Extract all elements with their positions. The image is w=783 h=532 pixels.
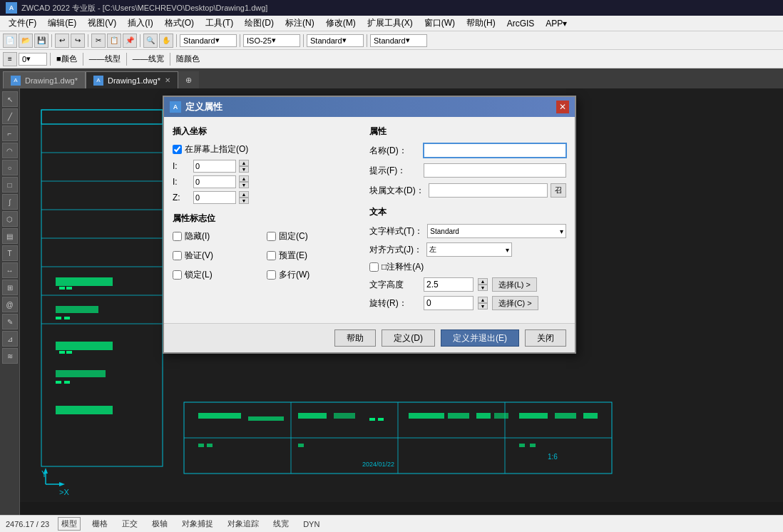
menu-app[interactable]: APP▾ xyxy=(540,17,573,30)
close-button[interactable]: 关闭 xyxy=(525,329,566,347)
new-button[interactable]: 📄 xyxy=(3,34,17,48)
polar-indicator[interactable]: 极轴 xyxy=(149,518,170,530)
copy-button[interactable]: 📋 xyxy=(107,34,121,48)
tab-drawing1-active[interactable]: A Drawing1.dwg* ✕ xyxy=(86,71,178,88)
screen-specify-checkbox[interactable] xyxy=(173,145,182,154)
layer-dropdown[interactable]: 0▾ xyxy=(19,53,47,66)
annotative-checkbox[interactable] xyxy=(369,262,379,272)
coord-x-down[interactable]: ▼ xyxy=(239,166,249,173)
insert-coords-title: 插入坐标 xyxy=(173,126,358,138)
polyline-tool[interactable]: ⌐ xyxy=(2,126,18,141)
block-text-input[interactable] xyxy=(429,183,548,198)
define-attribute-dialog[interactable]: A 定义属性 ✕ 插入坐标 在屏幕上指定(O) xyxy=(163,96,576,354)
misc-tool1[interactable]: ✎ xyxy=(2,314,18,329)
coord-y-input[interactable] xyxy=(193,175,236,188)
dropdown-arrow: ▾ xyxy=(560,227,563,235)
line-tool[interactable]: ╱ xyxy=(2,108,18,124)
lock-checkbox[interactable] xyxy=(173,270,182,280)
text-style-dropdown[interactable]: Standard▾ xyxy=(307,34,364,47)
define-exit-button[interactable]: 定义并退出(E) xyxy=(441,329,519,347)
linetype-dropdown[interactable]: ISO-25▾ xyxy=(243,34,300,47)
tab-extra[interactable]: ⊕ xyxy=(178,71,199,88)
rotation-input[interactable] xyxy=(424,296,474,310)
prompt-input[interactable] xyxy=(424,163,566,178)
zoom-button[interactable]: 🔍 xyxy=(143,34,158,48)
attrib-tool[interactable]: @ xyxy=(2,297,18,312)
cut-button[interactable]: ✂ xyxy=(91,34,106,48)
model-indicator[interactable]: 模型 xyxy=(58,517,81,531)
name-input[interactable] xyxy=(424,143,566,158)
height-input[interactable] xyxy=(424,277,474,292)
curve-tool[interactable]: ∫ xyxy=(2,194,18,210)
height-up[interactable]: ▲ xyxy=(478,278,488,285)
text-tool[interactable]: T xyxy=(2,245,18,261)
coord-z-up[interactable]: ▲ xyxy=(239,191,249,198)
polygon-tool[interactable]: ⬡ xyxy=(2,211,18,227)
tab-drawing1[interactable]: A Drawing1.dwg* xyxy=(3,71,86,88)
menu-annotate[interactable]: 标注(N) xyxy=(280,16,320,31)
undo-button[interactable]: ↩ xyxy=(55,34,69,48)
circle-tool[interactable]: ○ xyxy=(2,160,18,175)
grid-indicator[interactable]: 栅格 xyxy=(89,518,111,530)
hatch-tool[interactable]: ▤ xyxy=(2,228,18,244)
tab-close-button[interactable]: ✕ xyxy=(165,76,170,84)
save-button[interactable]: 💾 xyxy=(34,34,48,48)
menu-help[interactable]: 帮助(H) xyxy=(461,16,501,31)
hidden-checkbox[interactable] xyxy=(173,232,182,241)
select-tool[interactable]: ↖ xyxy=(2,91,18,107)
rotation-down[interactable]: ▼ xyxy=(478,303,488,310)
redo-button[interactable]: ↪ xyxy=(71,34,85,48)
misc-tool3[interactable]: ≋ xyxy=(2,348,18,364)
menu-modify[interactable]: 修改(M) xyxy=(320,16,362,31)
fixed-checkbox[interactable] xyxy=(267,232,276,241)
paste-button[interactable]: 📌 xyxy=(123,34,137,48)
height-down[interactable]: ▼ xyxy=(478,285,488,291)
misc-tool2[interactable]: ⊿ xyxy=(2,331,18,347)
coord-x-up[interactable]: ▲ xyxy=(239,160,249,166)
menu-window[interactable]: 窗口(W) xyxy=(419,16,461,31)
menu-format[interactable]: 格式(O) xyxy=(159,16,200,31)
menu-file[interactable]: 文件(F) xyxy=(3,16,42,31)
coord-z-down[interactable]: ▼ xyxy=(239,198,249,204)
menu-tools[interactable]: 工具(T) xyxy=(200,16,239,31)
rotation-select-button[interactable]: 选择(C) > xyxy=(492,296,538,310)
otrack-indicator[interactable]: 对象追踪 xyxy=(225,518,262,530)
coord-z-input[interactable] xyxy=(193,191,236,204)
coord-y-down[interactable]: ▼ xyxy=(239,182,249,188)
pan-button[interactable]: ✋ xyxy=(159,34,173,48)
canvas-area[interactable]: Y >X xyxy=(20,88,783,515)
arc-tool[interactable]: ◠ xyxy=(2,143,18,158)
height-select-button[interactable]: 选择(L) > xyxy=(492,277,537,292)
help-button[interactable]: 帮助 xyxy=(334,329,376,347)
open-button[interactable]: 📂 xyxy=(19,34,33,48)
block-tool[interactable]: ⊞ xyxy=(2,280,18,295)
rotation-up[interactable]: ▲ xyxy=(478,297,488,303)
dyn-indicator[interactable]: DYN xyxy=(300,519,322,529)
menu-ext-tools[interactable]: 扩展工具(X) xyxy=(362,16,419,31)
verify-checkbox[interactable] xyxy=(173,251,182,260)
dialog-close-x-button[interactable]: ✕ xyxy=(556,101,569,113)
osnap-indicator[interactable]: 对象捕捉 xyxy=(179,518,216,530)
text-section-title: 文本 xyxy=(369,206,566,218)
menu-insert[interactable]: 插入(I) xyxy=(122,16,158,31)
menu-arcgis[interactable]: ArcGIS xyxy=(501,17,541,30)
multiline-checkbox[interactable] xyxy=(267,270,276,280)
menu-edit[interactable]: 编辑(E) xyxy=(42,16,82,31)
menu-view[interactable]: 视图(V) xyxy=(82,16,122,31)
menu-draw[interactable]: 绘图(D) xyxy=(239,16,280,31)
define-button[interactable]: 定义(D) xyxy=(382,329,435,347)
coord-x-input[interactable] xyxy=(193,160,236,173)
attr-flags-section: 属性标志位 隐藏(I) 固定(C) xyxy=(173,213,358,285)
text-align-dropdown[interactable]: 左 ▾ xyxy=(426,242,512,257)
block-text-browse-button[interactable]: 召 xyxy=(551,183,566,198)
rectangle-tool[interactable]: □ xyxy=(2,177,18,193)
lw-indicator[interactable]: 线宽 xyxy=(270,518,292,530)
dim-tool[interactable]: ↔ xyxy=(2,262,18,278)
preset-checkbox[interactable] xyxy=(267,251,276,260)
coord-y-up[interactable]: ▲ xyxy=(239,175,249,182)
style-dropdown[interactable]: Standard▾ xyxy=(180,34,237,47)
dim-style-dropdown[interactable]: Standard▾ xyxy=(370,34,427,47)
ortho-indicator[interactable]: 正交 xyxy=(119,518,140,530)
layer-props-button[interactable]: ≡ xyxy=(3,52,17,66)
text-style-dropdown[interactable]: Standard ▾ xyxy=(427,224,566,238)
